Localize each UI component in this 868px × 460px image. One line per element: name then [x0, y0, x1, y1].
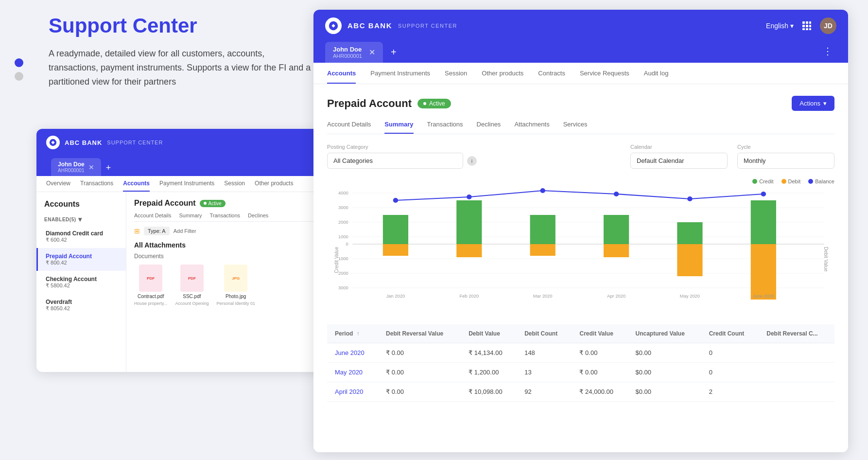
doc-sub-contract: House property... [134, 301, 167, 306]
doc-sub-ssc: Account Opening [175, 301, 208, 306]
tab-services-main[interactable]: Services [563, 121, 588, 134]
chart-svg: 4000 3000 2000 1000 0 1000 2000 3000 [327, 188, 834, 300]
col-debit-reversal-value[interactable]: Debit Reversal Value [378, 324, 461, 343]
balance-dot-jan [393, 198, 398, 203]
chart-container: Credit Debit Balance Credit Value Debit … [327, 178, 834, 315]
nav-session-small[interactable]: Session [224, 180, 245, 192]
tab-declines-small[interactable]: Declines [248, 212, 268, 221]
bank-logo-small [46, 136, 60, 149]
cycle-select[interactable]: Monthly [737, 153, 834, 169]
bank-name-small: ABC BANK [65, 139, 102, 146]
col-credit-count[interactable]: Credit Count [701, 324, 759, 343]
account-balance-diamond: ₹ 600.42 [46, 237, 118, 243]
svg-rect-3 [806, 21, 808, 24]
nav-service-requests-main[interactable]: Service Requests [580, 63, 629, 84]
col-credit-value[interactable]: Credit Value [572, 324, 627, 343]
nav-other-small[interactable]: Other products [255, 180, 293, 192]
tab-attachments-main[interactable]: Attachments [514, 121, 549, 134]
cell-dc-3: 92 [517, 382, 572, 402]
col-uncaptured-value[interactable]: Uncaptured Value [627, 324, 701, 343]
accounts-sidebar: Accounts ENABLED(5) ▾ Diamond Credit car… [36, 192, 126, 372]
account-item-checking[interactable]: Checking Account ₹ 5800.42 [36, 271, 126, 294]
grid-icon[interactable] [799, 18, 814, 33]
svg-text:1000: 1000 [338, 234, 348, 239]
nav-accounts-main[interactable]: Accounts [327, 63, 356, 84]
small-card: ABC BANK SUPPORT CENTER John Doe AHR0000… [36, 129, 347, 372]
tab-transactions-main[interactable]: Transactions [427, 121, 463, 134]
tab-account-details-small[interactable]: Account Details [134, 212, 171, 221]
language-selector[interactable]: English ▾ [766, 22, 794, 30]
col-period[interactable]: Period ↑ [327, 324, 378, 343]
table-row: June 2020 ₹ 0.00 ₹ 14,134.00 148 ₹ 0.00 … [327, 343, 834, 363]
main-card-header: ABC BANK SUPPORT CENTER English ▾ JD [313, 10, 848, 41]
add-tab-main[interactable]: + [385, 43, 402, 62]
account-item-prepaid[interactable]: Prepaid Account ₹ 800.42 [36, 248, 126, 271]
cell-cc-2: 0 [701, 363, 759, 382]
cycle-group: Cycle Monthly [737, 144, 834, 169]
doc-item-ssc[interactable]: PDF SSC.pdf Account Opening [175, 265, 208, 306]
period-june-2020[interactable]: June 2020 [335, 349, 365, 356]
col-debit-value[interactable]: Debit Value [461, 324, 517, 343]
add-filter-small[interactable]: Add Filter [174, 228, 196, 234]
period-april-2020[interactable]: April 2020 [335, 388, 364, 395]
nav-session-main[interactable]: Session [445, 63, 467, 84]
cell-drc-2 [759, 363, 834, 382]
cycle-label: Cycle [737, 144, 834, 150]
svg-rect-4 [809, 21, 811, 24]
col-debit-reversal-c[interactable]: Debit Reversal C... [759, 324, 834, 343]
tab-transactions-small[interactable]: Transactions [210, 212, 241, 221]
main-nav: Accounts Payment Instruments Session Oth… [313, 63, 848, 84]
posting-category-select[interactable]: All Categories [327, 153, 463, 169]
actions-button[interactable]: Actions ▾ [792, 96, 834, 111]
cell-uv-2: $0.00 [627, 363, 701, 382]
left-panel: Support Center A readymade, detailed vie… [29, 15, 311, 104]
tab-account-details-main[interactable]: Account Details [327, 121, 371, 134]
nav-other-products-main[interactable]: Other products [482, 63, 523, 84]
svg-text:Jan 2020: Jan 2020 [386, 294, 405, 299]
nav-audit-log-main[interactable]: Audit log [644, 63, 669, 84]
svg-text:2000: 2000 [338, 271, 348, 276]
col-debit-count[interactable]: Debit Count [517, 324, 572, 343]
user-tab-small[interactable]: John Doe AHR000001 ✕ [51, 158, 101, 176]
nav-payment-small[interactable]: Payment Instruments [159, 180, 214, 192]
tab-summary-main[interactable]: Summary [384, 121, 413, 134]
cell-cv-2: ₹ 0.00 [572, 363, 627, 382]
more-options-btn[interactable]: ⋮ [819, 41, 836, 61]
cell-cv-3: ₹ 24,000.00 [572, 382, 627, 402]
avatar[interactable]: JD [820, 18, 836, 34]
tab-summary-small[interactable]: Summary [179, 212, 202, 221]
period-may-2020[interactable]: May 2020 [335, 369, 363, 376]
bar-credit-jan [383, 215, 408, 244]
close-tab-small[interactable]: ✕ [88, 163, 94, 171]
account-name-prepaid: Prepaid Account [46, 253, 118, 260]
nav-contracts-main[interactable]: Contracts [538, 63, 565, 84]
nav-accounts-small[interactable]: Accounts [123, 180, 150, 192]
bar-credit-apr [604, 215, 629, 244]
filter-tag-small: Type: A [144, 227, 170, 235]
tab-declines-main[interactable]: Declines [477, 121, 501, 134]
balance-dot-apr [614, 192, 619, 196]
small-card-nav: Overview Transactions Accounts Payment I… [36, 176, 347, 192]
user-tab-main[interactable]: John Doe AHR000001 ✕ [325, 42, 383, 63]
info-icon[interactable]: i [467, 156, 477, 166]
doc-item-contract[interactable]: PDF Contract.pdf House property... [134, 265, 167, 306]
add-tab-small[interactable]: + [101, 160, 116, 176]
account-item-diamond[interactable]: Diamond Credit card ₹ 600.42 [36, 225, 126, 248]
cell-drc-1 [759, 343, 834, 363]
close-tab-main[interactable]: ✕ [369, 48, 375, 57]
account-item-overdraft[interactable]: Overdraft ₹ 8050.42 [36, 294, 126, 317]
table-container: Period ↑ Debit Reversal Value Debit Valu… [327, 324, 834, 402]
calendar-select[interactable]: Default Calendar [630, 153, 728, 169]
svg-rect-5 [802, 25, 805, 27]
nav-overview-small[interactable]: Overview [46, 180, 70, 192]
nav-payment-instruments-main[interactable]: Payment Instruments [370, 63, 430, 84]
nav-transactions-small[interactable]: Transactions [80, 180, 113, 192]
balance-dot-mar [540, 188, 545, 193]
doc-item-photo[interactable]: JPG Photo.jpg Personal Identity 01 [216, 265, 255, 306]
svg-text:1000: 1000 [338, 256, 348, 261]
documents-title: Documents [134, 253, 340, 260]
svg-rect-2 [802, 21, 805, 24]
cell-cc-1: 0 [701, 343, 759, 363]
cell-drv-2: ₹ 0.00 [378, 363, 461, 382]
page-title: Support Center [49, 15, 311, 37]
